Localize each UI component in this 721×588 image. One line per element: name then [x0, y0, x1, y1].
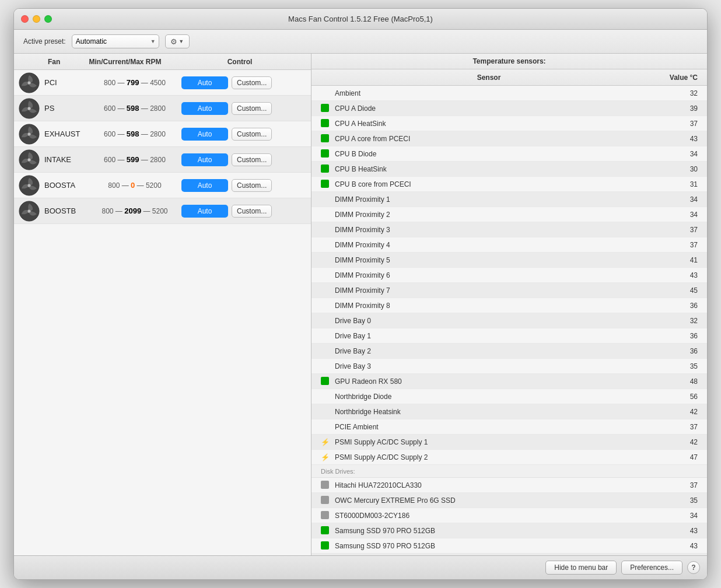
empty-icon — [321, 346, 329, 355]
sensor-icon-container — [321, 164, 330, 174]
custom-button[interactable]: Custom... — [232, 128, 272, 141]
sensor-row: DIMM Proximity 5 41 — [312, 253, 707, 268]
main-content: Fan Min/Current/Max RPM Control PCI 800 … — [14, 54, 707, 555]
sensor-row: DIMM Proximity 2 34 — [312, 207, 707, 222]
disk-name: Hitachi HUA722010CLA330 — [335, 481, 668, 489]
sensor-row: CPU B HeatSink 30 — [312, 162, 707, 177]
sensor-icon-container — [321, 210, 330, 219]
sensor-icon-container — [321, 316, 330, 326]
sensor-icon-container — [321, 346, 330, 356]
auto-button[interactable]: Auto — [181, 205, 228, 218]
sensor-name: DIMM Proximity 7 — [335, 286, 668, 295]
disk-name: OWC Mercury EXTREME Pro 6G SSD — [335, 496, 668, 505]
auto-button[interactable]: Auto — [181, 153, 228, 166]
sensor-value: 36 — [668, 347, 698, 355]
green-sensor-icon — [321, 377, 329, 385]
empty-icon — [321, 362, 329, 370]
gear-button[interactable]: ⚙ ▼ — [165, 34, 190, 48]
fan-control: Auto Custom... — [181, 179, 306, 192]
sensor-row: CPU A HeatSink 37 — [312, 116, 707, 131]
disk-section-label: Disk Drives: — [321, 468, 355, 475]
active-preset-label: Active preset: — [23, 37, 66, 46]
sensor-name: PSMI Supply AC/DC Supply 1 — [335, 438, 668, 446]
sensor-row: DIMM Proximity 3 37 — [312, 222, 707, 237]
sensor-name: CPU A core from PCECI — [335, 135, 668, 143]
green-sensor-icon — [321, 526, 329, 534]
sensor-icon-container — [321, 392, 330, 401]
sensor-row: ⚡ PSMI Supply AC/DC Supply 2 47 — [312, 450, 707, 465]
custom-button[interactable]: Custom... — [232, 179, 272, 192]
sensor-value: 45 — [668, 286, 698, 295]
svg-point-14 — [28, 184, 31, 187]
sensor-name: GPU Radeon RX 580 — [335, 377, 668, 386]
fans-panel: Fan Min/Current/Max RPM Control PCI 800 … — [14, 54, 312, 555]
fan-rpm: 600 — 598 — 2800 — [88, 130, 181, 138]
green-sensor-icon — [321, 180, 329, 188]
rpm-col-header: Min/Current/Max RPM — [77, 58, 173, 66]
traffic-lights — [21, 15, 52, 23]
preferences-button[interactable]: Preferences... — [621, 561, 682, 575]
fan-icon — [19, 98, 40, 119]
lightning-icon: ⚡ — [321, 453, 330, 461]
green-sensor-icon — [321, 119, 329, 127]
disk-name: ST6000DM003-2CY186 — [335, 512, 668, 520]
custom-button[interactable]: Custom... — [232, 76, 272, 89]
auto-button[interactable]: Auto — [181, 179, 228, 192]
auto-button[interactable]: Auto — [181, 76, 228, 89]
fan-rpm: 800 — 0 — 5200 — [88, 181, 181, 190]
sensor-value: 34 — [668, 150, 698, 158]
auto-button[interactable]: Auto — [181, 102, 228, 115]
sensor-name: CPU B Diode — [335, 150, 668, 158]
sensor-icon-container — [321, 89, 330, 98]
titlebar: Macs Fan Control 1.5.12 Free (MacPro5,1) — [14, 9, 707, 30]
sensor-row: DIMM Proximity 1 34 — [312, 192, 707, 207]
sensor-row: CPU A core from PCECI 43 — [312, 131, 707, 146]
value-col-header: Value °C — [657, 74, 698, 82]
sensor-row: Drive Bay 0 32 — [312, 313, 707, 328]
sensor-icon-container: ⚡ — [321, 438, 330, 447]
help-button[interactable]: ? — [687, 561, 700, 574]
auto-button[interactable]: Auto — [181, 128, 228, 141]
sensor-value: 30 — [668, 165, 698, 173]
sensor-name: Northbridge Diode — [335, 393, 668, 401]
sensor-icon-container — [321, 134, 330, 144]
gear-dropdown-arrow: ▼ — [178, 38, 184, 44]
preset-select[interactable]: Automatic — [72, 34, 159, 48]
custom-button[interactable]: Custom... — [232, 205, 272, 218]
sensor-name: CPU B HeatSink — [335, 165, 668, 173]
lightning-icon: ⚡ — [321, 438, 330, 446]
sensor-row: Drive Bay 2 36 — [312, 344, 707, 359]
minimize-button[interactable] — [33, 15, 40, 23]
sensor-value: 42 — [668, 438, 698, 446]
empty-icon — [321, 316, 329, 324]
fan-rpm: 800 — 799 — 4500 — [88, 78, 181, 87]
sensor-value: 43 — [668, 271, 698, 279]
sensor-icon-container — [321, 422, 330, 432]
svg-point-17 — [28, 209, 31, 212]
empty-icon — [321, 301, 329, 309]
close-button[interactable] — [21, 15, 29, 23]
hide-to-menu-bar-button[interactable]: Hide to menu bar — [545, 561, 617, 575]
green-sensor-icon — [321, 164, 329, 173]
custom-button[interactable]: Custom... — [232, 102, 272, 115]
sensor-icon-container — [321, 225, 330, 235]
sensor-name: PCIE Ambient — [335, 423, 668, 431]
custom-button[interactable]: Custom... — [232, 153, 272, 166]
sensor-row: Drive Bay 1 36 — [312, 328, 707, 344]
sensor-icon-container: ⚡ — [321, 453, 330, 462]
fan-control: Auto Custom... — [181, 76, 306, 89]
sensor-name: DIMM Proximity 4 — [335, 241, 668, 249]
fan-control: Auto Custom... — [181, 205, 306, 218]
sensor-name: CPU A Diode — [335, 104, 668, 113]
fan-icon — [19, 149, 40, 170]
fan-icon — [19, 72, 40, 93]
sensor-icon-container — [321, 362, 330, 371]
fan-control: Auto Custom... — [181, 128, 306, 141]
sensor-col-header: Sensor — [321, 74, 657, 82]
sensor-icon-container — [321, 286, 330, 295]
sensor-name: Drive Bay 0 — [335, 317, 668, 325]
maximize-button[interactable] — [44, 15, 52, 23]
svg-point-2 — [28, 81, 31, 84]
fan-row: INTAKE 600 — 599 — 2800 Auto Custom... — [14, 147, 311, 173]
fan-name: EXHAUST — [44, 130, 88, 138]
